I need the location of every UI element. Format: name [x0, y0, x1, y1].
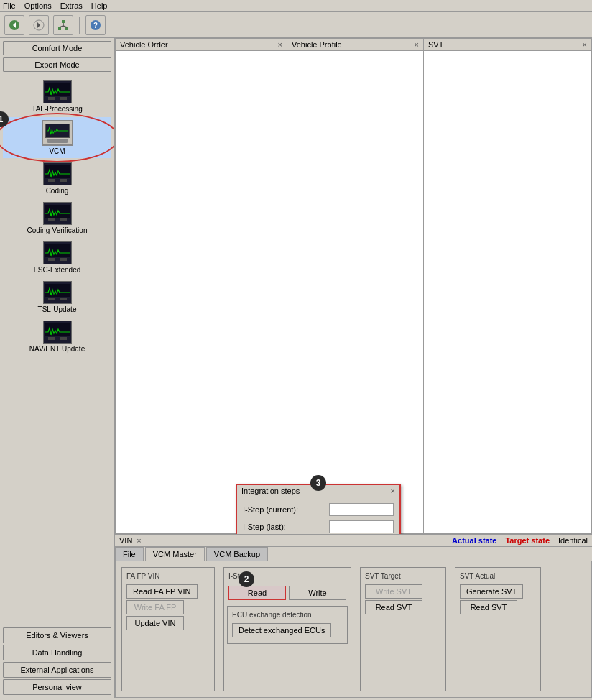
sidebar-item-nav-ent-update[interactable]: NAV/ENT Update [3, 318, 111, 356]
tab-file[interactable]: File [115, 547, 144, 561]
vcm-label: VCM [49, 147, 65, 155]
read-button[interactable]: Read [228, 586, 286, 600]
sidebar-top-buttons: Comfort Mode Expert Mode [3, 41, 111, 72]
help-button[interactable]: ? [85, 15, 106, 35]
svg-rect-5 [58, 27, 61, 30]
svt-target-title: SVT Target [365, 572, 441, 580]
fa-fp-vin-section: FA FP VIN Read FA FP VIN Write FA FP Upd… [121, 567, 215, 691]
sidebar-item-vcm[interactable]: VCM 1 [3, 117, 111, 158]
vehicle-profile-title: Vehicle Profile [292, 40, 342, 49]
comfort-mode-button[interactable]: Comfort Mode [3, 41, 111, 55]
fsc-extended-icon [43, 241, 72, 264]
tsl-update-icon [43, 281, 72, 304]
svg-rect-34 [48, 337, 55, 340]
integration-steps-body: I-Step (current): I-Step (last): I-Step … [237, 497, 399, 534]
svt-content [424, 51, 591, 533]
svg-rect-22 [48, 218, 55, 221]
istep-current-input[interactable] [329, 503, 394, 516]
svt-panel: SVT × [424, 38, 592, 534]
read-svt-target-button[interactable]: Read SVT [365, 600, 422, 614]
svt-target-section: SVT Target Write SVT Read SVT [360, 567, 446, 691]
svg-rect-15 [60, 97, 67, 100]
network-button[interactable] [53, 15, 73, 35]
svg-rect-4 [62, 20, 65, 23]
back-button[interactable] [4, 15, 24, 35]
ecu-exchange-section: ECU exchange detection Detect exchanged … [227, 606, 348, 644]
fa-fp-vin-title: FA FP VIN [126, 572, 210, 580]
tab-bar: File VCM Master VCM Backup [115, 547, 592, 561]
svg-rect-31 [60, 298, 67, 300]
vehicle-profile-close[interactable]: × [415, 40, 419, 49]
menubar: File Options Extras Help [0, 0, 592, 12]
svg-rect-26 [48, 258, 55, 261]
target-state-label: Target state [505, 536, 550, 545]
sidebar-item-tal-processing[interactable]: TAL-Processing [3, 78, 111, 116]
read-fa-fp-vin-button[interactable]: Read FA FP VIN [126, 584, 198, 599]
write-fa-fp-button[interactable]: Write FA FP [126, 600, 184, 614]
svg-text:?: ? [93, 22, 98, 29]
coding-verification-icon [43, 202, 72, 225]
svg-rect-23 [60, 218, 67, 221]
menu-help[interactable]: Help [91, 1, 108, 10]
write-svt-button[interactable]: Write SVT [365, 584, 422, 599]
integration-steps-popup: Integration steps × I-Step (current): I-… [236, 484, 401, 534]
menu-options[interactable]: Options [24, 1, 52, 10]
sidebar-item-tsl-update[interactable]: TSL-Update [3, 278, 111, 316]
circle-badge-2: 2 [239, 571, 254, 587]
detect-exchanged-ecus-button[interactable]: Detect exchanged ECUs [232, 623, 331, 637]
tsl-update-label: TSL-Update [38, 305, 77, 313]
update-vin-button[interactable]: Update VIN [126, 616, 184, 630]
integration-steps-close[interactable]: × [391, 487, 395, 495]
vehicle-order-content [116, 51, 287, 533]
toolbar-separator [79, 17, 80, 34]
state-labels: Actual state Target state Identical [149, 536, 588, 545]
external-applications-button[interactable]: External Applications [3, 662, 111, 678]
svt-close[interactable]: × [583, 40, 587, 49]
vin-close[interactable]: × [137, 536, 141, 545]
vin-section: VIN × [119, 536, 142, 545]
vehicle-order-header: Vehicle Order × [116, 39, 287, 51]
menu-extras[interactable]: Extras [60, 1, 83, 10]
sidebar: Comfort Mode Expert Mode TAL-Processing [0, 38, 115, 698]
svg-line-9 [63, 26, 67, 27]
tal-processing-label: TAL-Processing [32, 105, 82, 113]
istep-current-row: I-Step (current): [243, 503, 394, 516]
read-svt-actual-button[interactable]: Read SVT [460, 600, 517, 614]
data-handling-button[interactable]: Data Handling [3, 645, 111, 660]
menu-file[interactable]: File [3, 1, 16, 10]
vehicle-order-title: Vehicle Order [120, 40, 168, 49]
coding-icon [43, 162, 72, 185]
svg-rect-19 [60, 179, 67, 182]
istep-last-label: I-Step (last): [243, 522, 286, 531]
svt-actual-section: SVT Actual Generate SVT Read SVT [455, 567, 541, 691]
state-bar: VIN × Actual state Target state Identica… [115, 534, 592, 547]
svg-rect-14 [48, 97, 55, 100]
fsc-extended-label: FSC-Extended [34, 266, 81, 274]
sidebar-item-coding[interactable]: Coding [3, 160, 111, 198]
tab-vcm-backup[interactable]: VCM Backup [206, 547, 268, 561]
generate-svt-button[interactable]: Generate SVT [460, 584, 523, 599]
svt-title: SVT [428, 40, 443, 49]
personal-view-button[interactable]: Personal view [3, 679, 111, 695]
write-button[interactable]: Write [289, 586, 346, 600]
i-steps-section: I-Steps Read Write 2 ECU exchange detect… [223, 567, 351, 691]
tab-vcm-master[interactable]: VCM Master [145, 547, 205, 561]
bottom-section: File VCM Master VCM Backup FA FP VIN Rea… [115, 547, 592, 698]
vehicle-profile-panel: Vehicle Profile × [287, 38, 424, 534]
editors-viewers-button[interactable]: Editors & Viewers [3, 627, 111, 643]
istep-last-input[interactable] [329, 520, 394, 533]
actual-state-label: Actual state [452, 536, 496, 545]
svg-rect-27 [60, 258, 67, 261]
forward-button[interactable] [29, 15, 49, 35]
tal-processing-icon [43, 80, 72, 103]
expert-mode-button[interactable]: Expert Mode [3, 57, 111, 72]
istep-last-row: I-Step (last): [243, 520, 394, 533]
main-layout: Comfort Mode Expert Mode TAL-Processing [0, 38, 592, 698]
sidebar-item-coding-verification[interactable]: Coding-Verification [3, 199, 111, 237]
vehicle-order-close[interactable]: × [278, 40, 282, 49]
sidebar-item-fsc-extended[interactable]: FSC-Extended [3, 239, 111, 277]
svg-rect-18 [48, 179, 55, 182]
coding-verification-label: Coding-Verification [27, 226, 88, 234]
vin-panel-header: VIN [119, 536, 132, 545]
vehicle-order-panel: Vehicle Order × [115, 38, 287, 534]
